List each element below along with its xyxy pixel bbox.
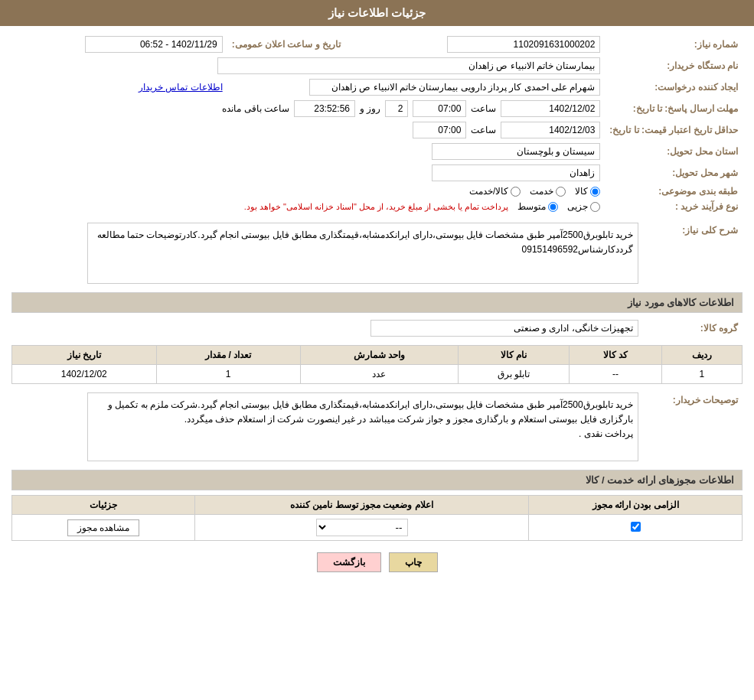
license-table-body: -- مشاهده مجوز [12,515,743,541]
col-unit: واحد شمارش [300,346,458,365]
category-option-kala-khadamat[interactable]: کالا/خدمت [469,186,521,197]
response-time-input: 07:00 [413,100,466,117]
category-option-khadamat[interactable]: خدمت [530,186,566,197]
goods-header-row: ردیف کد کالا نام کالا واحد شمارش تعداد /… [12,346,743,365]
description-label: شرح کلی نیاز: [643,220,743,286]
row-category: طبقه بندی موضوعی: کالا خدمت [11,184,743,199]
category-label: طبقه بندی موضوعی: [605,184,743,199]
row-response-deadline: مهلت ارسال پاسخ: تا تاریخ: 1402/12/02 سا… [11,98,743,119]
goods-table-header: ردیف کد کالا نام کالا واحد شمارش تعداد /… [12,346,743,365]
col-name: نام کالا [459,346,570,365]
category-khadamat-label: خدمت [530,186,553,197]
announcement-value: 1402/11/29 - 06:52 [11,34,227,55]
form-table: شماره نیاز: 1102091631000202 تاریخ و ساع… [11,34,743,214]
goods-group-table: گروه کالا: تجهیزات خانگی، اداری و صنعتی [11,317,743,339]
requester-link-cell: اطلاعات تماس خریدار [11,77,227,98]
buyer-notes-box: خرید تابلوبرق2500آمپر طبق مشخصات فایل بی… [87,392,638,461]
price-validity-content: 1402/12/03 ساعت 07:00 [11,119,605,141]
buyer-notes-table: توصیحات خریدار: خرید تابلوبرق2500آمپر طب… [11,390,743,464]
requester-link[interactable]: اطلاعات تماس خریدار [139,82,223,93]
category-option-kala[interactable]: کالا [575,186,600,197]
requester-label: ایجاد کننده درخواست: [605,77,743,98]
cell-qty: 1 [156,365,300,384]
buyer-notes-label: توصیحات خریدار: [643,390,743,464]
category-kala-khadamat-label: کالا/خدمت [469,186,508,197]
description-content: خرید تابلوبرق2500آمپر طبق مشخصات فایل بی… [11,220,643,286]
cell-unit: عدد [300,365,458,384]
license-col-status: اعلام وضعیت مجوز توسط نامین کننده [194,496,529,515]
response-date-input: 1402/12/02 [501,100,600,117]
license-header-row: الزامی بودن ارائه مجوز اعلام وضعیت مجوز … [12,496,743,515]
process-option-jozyi[interactable]: جزیی [567,201,600,212]
price-validity-time-label: ساعت [471,125,496,135]
buyer-org-label: نام دستگاه خریدار: [605,55,743,77]
cell-row-num: 1 [661,365,742,384]
response-deadline-content: 1402/12/02 ساعت 07:00 2 روز و 23:52:56 س… [11,98,605,119]
goods-group-row: گروه کالا: تجهیزات خانگی، اداری و صنعتی [11,317,743,339]
price-validity-time-input: 07:00 [413,122,466,138]
view-license-button[interactable]: مشاهده مجوز [67,519,139,536]
goods-group-value: تجهیزات خانگی، اداری و صنعتی [11,317,643,339]
buyer-notes-row: توصیحات خریدار: خرید تابلوبرق2500آمپر طب… [11,390,743,464]
need-number-value: 1102091631000202 [361,34,605,55]
button-row: چاپ بازگشت [11,552,743,572]
license-col-required: الزامی بودن ارائه مجوز [529,496,743,515]
requester-input: شهرام علی احمدی کار پرداز دارویی بیمارست… [309,79,600,96]
goods-table-body: 1 -- تابلو برق عدد 1 1402/12/02 [12,365,743,384]
process-radio-motavasset[interactable] [548,202,558,212]
province-label: استان محل تحویل: [605,141,743,162]
announcement-input: 1402/11/29 - 06:52 [85,36,223,53]
license-row: -- مشاهده مجوز [12,515,743,541]
province-value: سیستان و بلوچستان [11,141,605,162]
print-button[interactable]: چاپ [389,552,438,572]
license-col-details: جزئیات [12,496,195,515]
license-required-checkbox[interactable] [631,522,641,532]
license-table: الزامی بودن ارائه مجوز اعلام وضعیت مجوز … [11,495,743,541]
col-qty: تعداد / مقدار [156,346,300,365]
row-requester: ایجاد کننده درخواست: شهرام علی احمدی کار… [11,77,743,98]
announcement-label: تاریخ و ساعت اعلان عمومی: [227,34,345,55]
response-remaining-label: ساعت باقی مانده [222,103,289,114]
license-table-header: الزامی بودن ارائه مجوز اعلام وضعیت مجوز … [12,496,743,515]
cell-code: -- [570,365,662,384]
header-title: جزئیات اطلاعات نیاز [328,6,426,19]
row-price-validity: حداقل تاریخ اعتبار قیمت: تا تاریخ: 1402/… [11,119,743,141]
process-content: جزیی متوسط پرداخت تمام یا بخشی از مبلغ خ… [11,199,605,214]
table-row: 1 -- تابلو برق عدد 1 1402/12/02 [12,365,743,384]
city-value: زاهدان [11,162,605,184]
row-need-number: شماره نیاز: 1102091631000202 تاریخ و ساع… [11,34,743,55]
buyer-notes-text: خرید تابلوبرق2500آمپر طبق مشخصات فایل بی… [108,399,633,439]
license-details-cell: مشاهده مجوز [12,515,195,541]
page-header: جزئیات اطلاعات نیاز [0,0,754,26]
category-radio-kala[interactable] [590,187,600,197]
category-radio-khadamat[interactable] [556,187,566,197]
license-status-select[interactable]: -- [316,519,408,536]
process-option-motavasset[interactable]: متوسط [517,201,558,212]
buyer-org-input: بیمارستان خاتم الانبیاء ص زاهدان [217,57,600,74]
category-radio-kala-khadamat[interactable] [511,187,521,197]
row-process: نوع فرآیند خرید : جزیی متوسط پرداخت تمام… [11,199,743,214]
col-code: کد کالا [570,346,662,365]
row-city: شهر محل تحویل: زاهدان [11,162,743,184]
category-options: کالا خدمت کالا/خدمت [11,184,605,199]
license-section-title: اطلاعات مجوزهای ارائه خدمت / کالا [11,470,743,490]
goods-group-label: گروه کالا: [643,317,743,339]
back-button[interactable]: بازگشت [317,552,381,572]
goods-group-input: تجهیزات خانگی، اداری و صنعتی [370,320,638,337]
main-content: شماره نیاز: 1102091631000202 تاریخ و ساع… [0,26,754,591]
response-deadline-label: مهلت ارسال پاسخ: تا تاریخ: [605,98,743,119]
buyer-org-value: بیمارستان خاتم الانبیاء ص زاهدان [11,55,605,77]
buyer-notes-content: خرید تابلوبرق2500آمپر طبق مشخصات فایل بی… [11,390,643,464]
row-province: استان محل تحویل: سیستان و بلوچستان [11,141,743,162]
response-days-label: روز و [360,103,380,114]
response-remaining-input: 23:52:56 [294,100,355,117]
price-validity-label: حداقل تاریخ اعتبار قیمت: تا تاریخ: [605,119,743,141]
col-date: تاریخ نیاز [12,346,157,365]
process-radio-jozyi[interactable] [590,202,600,212]
page-wrapper: جزئیات اطلاعات نیاز شماره نیاز: 11020916… [0,0,754,700]
province-input: سیستان و بلوچستان [432,143,600,160]
process-motavasset-label: متوسط [517,201,546,212]
cell-date: 1402/12/02 [12,365,157,384]
description-row: شرح کلی نیاز: خرید تابلوبرق2500آمپر طبق … [11,220,743,286]
price-validity-date-input: 1402/12/03 [501,122,600,138]
